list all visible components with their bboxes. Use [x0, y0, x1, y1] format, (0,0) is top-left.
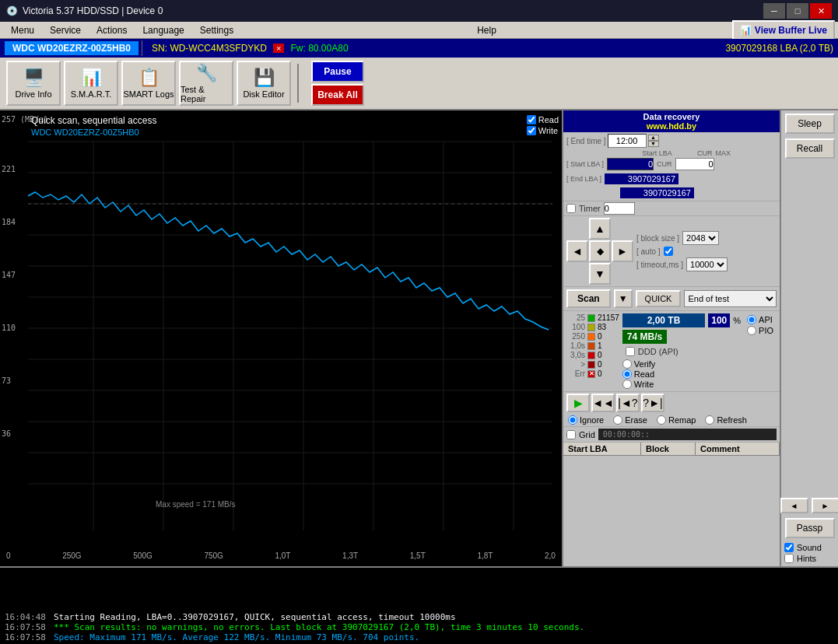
grid-display: 00:00:00::	[598, 429, 777, 440]
dpad-right[interactable]: ►	[612, 240, 633, 262]
timer-checkbox[interactable]	[566, 204, 576, 213]
ddd-checkbox[interactable]	[626, 347, 635, 356]
menu-language[interactable]: Language	[135, 23, 191, 37]
firmware: Fw: 80.00A80	[284, 41, 354, 55]
read-option[interactable]: Read	[622, 369, 741, 379]
sound-option[interactable]: Sound	[784, 543, 835, 552]
recall-button[interactable]: Recall	[785, 138, 835, 159]
apipio-options: API PIO	[744, 313, 777, 389]
smartlogs-button[interactable]: 📋 SMART Logs	[121, 61, 176, 106]
endtime-up[interactable]: ▲	[648, 135, 659, 141]
remap-option[interactable]: Remap	[657, 415, 696, 425]
startlba-input[interactable]	[607, 158, 654, 170]
write-checkbox[interactable]	[527, 126, 536, 135]
timer-input[interactable]	[604, 202, 635, 215]
viewbuffer-btn[interactable]: 📊 View Buffer Live	[732, 20, 835, 40]
endtest-select[interactable]: End of test	[684, 290, 777, 307]
stat-err-bar: ✕	[587, 370, 595, 378]
pause-button[interactable]: Pause	[311, 61, 364, 82]
col-block: Block	[641, 443, 696, 455]
result-table	[563, 456, 780, 566]
small-btn-right[interactable]: ►	[812, 498, 839, 513]
title-text: Victoria 5.37 HDD/SSD | Device 0	[23, 5, 163, 16]
timeout-select[interactable]: 10000	[686, 257, 728, 271]
transport-controls: ▶ ◄◄ |◄? ?►|	[563, 392, 780, 414]
dpad: ◄ ▲ ◆ ► ▼	[566, 218, 633, 285]
minimize-button[interactable]: ─	[763, 3, 785, 19]
speed-row: 74 MB/s	[622, 330, 741, 344]
passp-button[interactable]: Passp	[785, 518, 835, 538]
endlba-val: 3907029167	[605, 173, 678, 184]
grid-checkbox[interactable]	[566, 430, 576, 439]
endtime-down[interactable]: ▼	[648, 141, 659, 147]
pio-option[interactable]: PIO	[747, 326, 773, 335]
read-checkbox[interactable]	[527, 115, 536, 124]
write-radio[interactable]	[622, 380, 632, 389]
dpad-up[interactable]: ▲	[589, 218, 611, 240]
hints-checkbox[interactable]	[784, 554, 794, 563]
maximize-button[interactable]: □	[787, 3, 808, 19]
menu-menu[interactable]: Menu	[3, 23, 42, 37]
titlebar: 💿 Victoria 5.37 HDD/SSD | Device 0 ─ □ ✕	[0, 0, 838, 22]
stepback-button[interactable]: |◄?	[616, 394, 640, 412]
sound-checkbox[interactable]	[784, 543, 794, 552]
auto-row: [ auto ]	[636, 247, 777, 256]
play-button[interactable]: ▶	[566, 394, 590, 412]
api-radio[interactable]	[747, 315, 756, 324]
scan-button[interactable]: Scan	[566, 289, 611, 308]
blocksize-select[interactable]: 2048	[682, 231, 719, 245]
read-label[interactable]: Read	[527, 115, 559, 124]
sleep-button[interactable]: Sleep	[785, 114, 835, 134]
stat-100: 100 83	[566, 323, 619, 331]
log-time-1: 16:04:48	[5, 612, 47, 622]
menu-settings[interactable]: Settings	[192, 23, 241, 37]
breakall-button[interactable]: Break All	[311, 84, 364, 106]
api-option[interactable]: API	[747, 315, 773, 324]
datarecovery-url[interactable]: www.hdd.by	[647, 121, 696, 131]
stepfwd-button[interactable]: ?►|	[641, 394, 664, 412]
refresh-radio[interactable]	[705, 415, 714, 425]
stat-1s-bar	[587, 342, 595, 350]
quick-button[interactable]: QUICK	[636, 290, 682, 307]
ignore-radio[interactable]	[568, 415, 577, 425]
ddd-row: DDD (API)	[622, 346, 741, 357]
dpad-center: ◆	[589, 240, 611, 262]
verify-option[interactable]: Verify	[622, 359, 741, 369]
small-btn-left[interactable]: ◄	[780, 498, 808, 513]
close-button[interactable]: ✕	[810, 3, 832, 19]
write-label[interactable]: Write	[527, 126, 559, 135]
dpad-down[interactable]: ▼	[589, 263, 611, 285]
app-title: 💿 Victoria 5.37 HDD/SSD | Device 0	[6, 5, 163, 16]
startlba-cur[interactable]	[675, 158, 714, 170]
testrepair-icon: 🔧	[196, 63, 217, 83]
erase-radio[interactable]	[613, 415, 622, 425]
diskeditor-button[interactable]: 💾 Disk Editor	[237, 61, 291, 106]
drive-close-btn[interactable]: ×	[273, 44, 284, 53]
dpad-left[interactable]: ◄	[566, 240, 588, 262]
hints-option[interactable]: Hints	[784, 554, 835, 563]
menu-service[interactable]: Service	[42, 23, 89, 37]
stat-100-label: 100	[566, 323, 585, 331]
rewind-button[interactable]: ◄◄	[591, 394, 615, 412]
remap-radio[interactable]	[657, 415, 666, 425]
pio-radio[interactable]	[747, 326, 756, 335]
endtime-input[interactable]	[608, 134, 647, 148]
driveinfo-button[interactable]: 🖥️ Drive Info	[6, 61, 61, 106]
testrepair-button[interactable]: 🔧 Test & Repair	[179, 61, 233, 106]
auto-checkbox[interactable]	[664, 247, 673, 256]
read-radio[interactable]	[622, 369, 632, 379]
menu-help[interactable]: Help	[469, 23, 504, 37]
menu-actions[interactable]: Actions	[89, 23, 135, 37]
params-section: ◄ ▲ ◆ ► ▼ [ block size ] 2048	[563, 216, 780, 287]
scan-dropdown[interactable]: ▼	[614, 289, 633, 308]
smart-button[interactable]: 📊 S.M.A.R.T.	[64, 61, 118, 106]
error-options: Ignore Erase Remap Refresh	[563, 414, 780, 427]
verify-radio[interactable]	[622, 359, 632, 369]
refresh-option[interactable]: Refresh	[705, 415, 747, 425]
toolbar-divider	[297, 64, 299, 103]
write-option[interactable]: Write	[622, 380, 741, 389]
drive-name[interactable]: WDC WD20EZRZ-00Z5HB0	[5, 41, 138, 55]
erase-option[interactable]: Erase	[613, 415, 647, 425]
timeout-label: [ timeout,ms ]	[636, 261, 683, 269]
ignore-option[interactable]: Ignore	[568, 415, 604, 425]
